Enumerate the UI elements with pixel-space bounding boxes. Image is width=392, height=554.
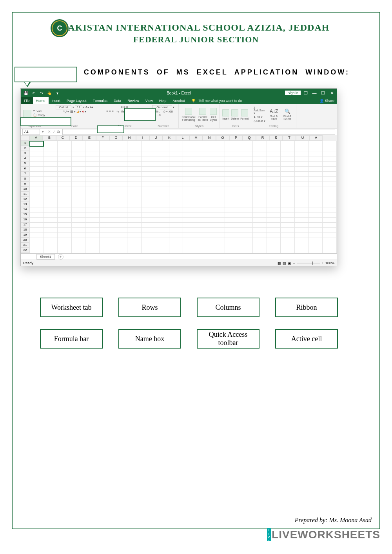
col[interactable]: D bbox=[69, 135, 83, 141]
grow-font-icon[interactable]: A▴ bbox=[85, 105, 89, 109]
bank-item[interactable]: Quick Access toolbar bbox=[197, 329, 260, 349]
save-icon[interactable]: 💾 bbox=[23, 90, 29, 96]
zoom-out-icon[interactable]: − bbox=[293, 261, 295, 265]
row[interactable]: 5 bbox=[21, 161, 29, 166]
row[interactable]: 16 bbox=[21, 217, 29, 222]
col[interactable]: B bbox=[43, 135, 56, 141]
tab-formulas[interactable]: Formulas bbox=[90, 97, 111, 104]
find-icon[interactable]: 🔍 bbox=[285, 109, 290, 114]
fill-color-icon[interactable]: ◢ bbox=[76, 110, 79, 113]
row[interactable]: 19 bbox=[21, 232, 29, 238]
col[interactable]: S bbox=[269, 135, 283, 141]
tab-pagelayout[interactable]: Page Layout bbox=[64, 97, 90, 104]
tell-me[interactable]: Tell me what you want to do bbox=[196, 99, 242, 103]
zoom-level[interactable]: 100% bbox=[325, 261, 334, 265]
col[interactable]: F bbox=[96, 135, 109, 141]
row[interactable]: 7 bbox=[21, 171, 29, 176]
row[interactable]: 21 bbox=[21, 243, 29, 248]
bank-item[interactable]: Active cell bbox=[275, 329, 338, 349]
row[interactable]: 12 bbox=[21, 197, 29, 202]
col[interactable]: P bbox=[229, 135, 243, 141]
column-headers[interactable]: A B C D E F G H I J K L M N O P Q bbox=[21, 135, 337, 141]
clear-button[interactable]: ◇ Clear ▾ bbox=[254, 120, 266, 123]
col[interactable]: C bbox=[56, 135, 69, 141]
autosum-button[interactable]: Σ AutoSum ▾ bbox=[254, 106, 266, 115]
bank-item[interactable]: Rows bbox=[118, 298, 181, 317]
col-a[interactable]: A bbox=[29, 135, 43, 141]
col[interactable]: H bbox=[123, 135, 136, 141]
tab-insert[interactable]: Insert bbox=[49, 97, 64, 104]
col[interactable]: E bbox=[83, 135, 96, 141]
qat-more-icon[interactable]: ▾ bbox=[54, 90, 60, 96]
delete-cell-icon[interactable] bbox=[231, 109, 238, 116]
cell-styles-icon[interactable] bbox=[210, 108, 217, 115]
row[interactable]: 11 bbox=[21, 192, 29, 197]
row[interactable]: 10 bbox=[21, 187, 29, 192]
row[interactable]: 18 bbox=[21, 227, 29, 232]
col[interactable]: G bbox=[109, 135, 123, 141]
row[interactable]: 4 bbox=[21, 156, 29, 161]
tab-file[interactable]: File bbox=[21, 97, 33, 104]
tab-data[interactable]: Data bbox=[111, 97, 124, 104]
fx-icon[interactable]: fx bbox=[57, 130, 60, 134]
select-all-corner[interactable] bbox=[21, 135, 29, 141]
bank-item[interactable]: Columns bbox=[197, 298, 260, 317]
row[interactable]: 13 bbox=[21, 202, 29, 207]
col[interactable]: I bbox=[136, 135, 149, 141]
tab-view[interactable]: View bbox=[142, 97, 156, 104]
font-color-icon[interactable]: A bbox=[82, 110, 84, 113]
row[interactable]: 6 bbox=[21, 166, 29, 171]
normal-view-icon[interactable]: ▦ bbox=[278, 261, 281, 265]
tab-acrobat[interactable]: Acrobat bbox=[170, 97, 188, 104]
row[interactable]: 8 bbox=[21, 176, 29, 182]
col[interactable]: U bbox=[296, 135, 309, 141]
col[interactable]: L bbox=[176, 135, 189, 141]
row[interactable]: 14 bbox=[21, 207, 29, 212]
tab-help[interactable]: Help bbox=[156, 97, 170, 104]
bank-item[interactable]: Formula bar bbox=[40, 329, 103, 349]
sort-icon[interactable]: A↓Z bbox=[270, 109, 278, 114]
border-icon[interactable]: ▦ bbox=[70, 110, 73, 113]
insert-cell-icon[interactable] bbox=[222, 109, 229, 116]
layout-view-icon[interactable]: ▤ bbox=[283, 261, 286, 265]
underline-icon[interactable]: U bbox=[64, 110, 67, 113]
col[interactable]: R bbox=[256, 135, 269, 141]
bank-item[interactable]: Name box bbox=[118, 329, 181, 349]
row[interactable]: 22 bbox=[21, 248, 29, 253]
row[interactable]: 9 bbox=[21, 182, 29, 187]
touch-icon[interactable]: 👆 bbox=[47, 90, 52, 96]
italic-icon[interactable]: I bbox=[63, 110, 64, 113]
fmt-table-icon[interactable] bbox=[199, 108, 206, 115]
pagebreak-view-icon[interactable]: ▣ bbox=[288, 261, 291, 265]
namebox-dropdown-icon[interactable]: ▾ bbox=[40, 130, 45, 134]
bank-item[interactable]: Ribbon bbox=[275, 298, 338, 317]
quick-access-toolbar[interactable]: 💾 ↶ ↷ 👆 ▾ bbox=[21, 90, 60, 96]
zoom-in-icon[interactable]: + bbox=[322, 261, 324, 265]
shrink-font-icon[interactable]: A▾ bbox=[90, 105, 93, 109]
minimize-icon[interactable]: — bbox=[311, 91, 318, 95]
answer-box-qat[interactable] bbox=[15, 67, 77, 82]
undo-icon[interactable]: ↶ bbox=[31, 90, 36, 96]
worksheet-tab[interactable]: Sheet1 bbox=[36, 254, 55, 260]
cond-fmt-icon[interactable] bbox=[185, 108, 192, 115]
row-1[interactable]: 1 bbox=[21, 141, 29, 146]
font-size[interactable]: 11 bbox=[75, 105, 82, 109]
col[interactable]: V bbox=[309, 135, 323, 141]
row-headers[interactable]: 1 2 3 4 5 6 7 8 9 10 11 12 13 14 bbox=[21, 141, 29, 253]
answer-box-namebox[interactable] bbox=[97, 125, 124, 133]
cut-button[interactable]: ✂ Cut bbox=[33, 109, 45, 113]
col[interactable]: J bbox=[149, 135, 163, 141]
row[interactable]: 20 bbox=[21, 238, 29, 243]
ribbon-opts-icon[interactable]: ❐ bbox=[302, 91, 309, 96]
answer-box-ribbon[interactable] bbox=[20, 117, 71, 126]
fill-button[interactable]: ⬇ Fill ▾ bbox=[254, 116, 266, 119]
redo-icon[interactable]: ↷ bbox=[39, 90, 44, 96]
font-name[interactable]: Calibri bbox=[56, 105, 72, 109]
col[interactable]: N bbox=[203, 135, 216, 141]
share-button[interactable]: 👤 Share bbox=[319, 99, 334, 103]
col[interactable]: Q bbox=[243, 135, 256, 141]
zoom-slider[interactable] bbox=[297, 263, 320, 263]
signin-button[interactable]: Sign in bbox=[285, 91, 301, 95]
enter-formula-icon[interactable]: ✓ bbox=[53, 130, 56, 134]
row[interactable]: 2 bbox=[21, 146, 29, 151]
